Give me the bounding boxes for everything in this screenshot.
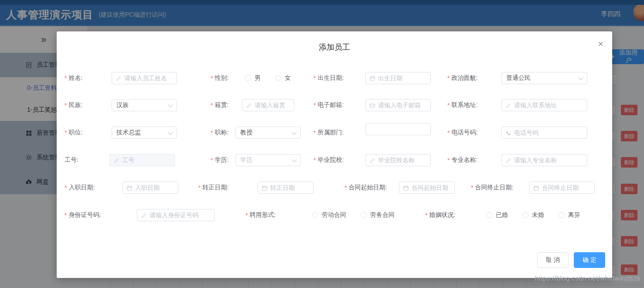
field-native-place: *籍贯: xyxy=(211,99,294,111)
political-status-select[interactable]: 普通公民 xyxy=(501,72,587,84)
edit-icon xyxy=(246,103,252,109)
required-mark: * xyxy=(65,184,67,191)
field-education: *学历: 学历 xyxy=(211,154,301,166)
field-label: 合同终止日期: xyxy=(475,184,513,192)
major-input[interactable] xyxy=(501,154,587,166)
required-mark: * xyxy=(447,102,450,109)
birth-date-input[interactable] xyxy=(365,72,431,84)
required-mark: * xyxy=(211,102,213,109)
field-department: *所属部门: xyxy=(313,127,431,139)
field-hire-date: *入职日期: xyxy=(65,182,178,194)
field-label: 入职日期: xyxy=(68,184,95,192)
gender-radio-male[interactable]: 男 xyxy=(245,74,261,82)
job-title-select[interactable]: 教授 xyxy=(235,127,301,139)
chevron-down-icon xyxy=(578,75,583,80)
field-label: 聘用形式: xyxy=(249,211,276,219)
field-label: 转正日期: xyxy=(202,184,228,192)
hire-date-input[interactable] xyxy=(123,182,178,194)
field-label: 婚姻状况: xyxy=(429,211,455,219)
marital-radio-single[interactable]: 未婚 xyxy=(522,211,544,219)
required-mark: * xyxy=(211,129,213,136)
edit-icon xyxy=(505,103,511,109)
field-label: 所属部门: xyxy=(317,129,344,137)
field-address: *联系地址: xyxy=(447,99,587,111)
watermark: https://blog.csdn.net/whirlwind526 xyxy=(535,274,641,282)
chevron-down-icon xyxy=(168,130,173,134)
field-job-title: *职称: 教授 xyxy=(211,127,301,139)
calendar-icon xyxy=(369,75,375,82)
required-mark: * xyxy=(313,129,316,136)
required-mark: * xyxy=(447,75,450,82)
field-contract-start: *合同起始日期: xyxy=(344,182,455,194)
field-employee-no: 工号: xyxy=(65,154,175,166)
confirm-button[interactable]: 确 定 xyxy=(574,252,605,268)
field-label: 职称: xyxy=(215,129,228,137)
required-mark: * xyxy=(65,102,67,109)
calendar-icon xyxy=(126,185,133,191)
edit-icon xyxy=(369,158,375,164)
name-input[interactable] xyxy=(112,72,177,84)
field-marital-status: *婚姻状况: 已婚 未婚 离异 xyxy=(425,209,595,221)
department-input[interactable] xyxy=(365,123,431,135)
calendar-icon xyxy=(533,185,539,191)
employment-radio-service-contract[interactable]: 劳务合同 xyxy=(361,211,395,219)
required-mark: * xyxy=(65,129,67,136)
required-mark: * xyxy=(425,212,427,219)
field-label: 籍贯: xyxy=(215,101,228,109)
marital-radio-married[interactable]: 已婚 xyxy=(486,211,508,219)
field-ethnicity: *民族: 汉族 xyxy=(65,99,177,111)
field-birth-date: *出生日期: xyxy=(313,72,431,84)
field-email: *电子邮箱: xyxy=(313,99,431,111)
address-input[interactable] xyxy=(501,99,587,111)
close-icon[interactable]: × xyxy=(598,39,603,49)
position-select[interactable]: 技术总监 xyxy=(112,127,177,139)
edit-icon xyxy=(505,158,511,164)
required-mark: * xyxy=(447,157,450,164)
add-employee-dialog: 添加员工 × *姓名: *性别: 男 女 *出生日期: *政治面貌: 普通公民 … xyxy=(57,31,612,278)
required-mark: * xyxy=(344,184,347,191)
contract-end-input[interactable] xyxy=(529,182,595,194)
marital-radio-divorced[interactable]: 离异 xyxy=(559,211,580,219)
field-label: 学历: xyxy=(215,156,228,164)
gender-radio-female[interactable]: 女 xyxy=(275,74,291,82)
required-mark: * xyxy=(313,102,316,109)
required-mark: * xyxy=(211,157,213,164)
field-political-status: *政治面貌: 普通公民 xyxy=(447,72,587,84)
required-mark: * xyxy=(313,157,316,164)
field-id-number: *身份证号码: xyxy=(65,209,215,221)
field-label: 工号: xyxy=(65,156,78,164)
mail-icon xyxy=(369,103,375,109)
edit-icon xyxy=(116,75,122,82)
ethnicity-select[interactable]: 汉族 xyxy=(112,99,177,111)
field-label: 专业名称: xyxy=(451,156,477,164)
radio-icon xyxy=(559,212,565,218)
calendar-icon xyxy=(262,185,268,191)
email-input[interactable] xyxy=(365,99,431,111)
required-mark: * xyxy=(198,184,201,191)
education-select[interactable]: 学历 xyxy=(235,154,301,166)
phone-input[interactable] xyxy=(501,127,587,139)
field-label: 合同起始日期: xyxy=(348,184,387,192)
radio-icon xyxy=(486,212,492,218)
employee-no-input xyxy=(109,154,175,166)
field-label: 联系地址: xyxy=(451,101,477,109)
field-label: 政治面貌: xyxy=(451,74,477,82)
radio-icon xyxy=(312,212,318,218)
native-place-input[interactable] xyxy=(242,99,294,111)
required-mark: * xyxy=(471,184,473,191)
contract-start-input[interactable] xyxy=(399,182,455,194)
field-employment-type: *聘用形式: 劳动合同 劳务合同 xyxy=(245,209,409,221)
required-mark: * xyxy=(65,75,67,82)
required-mark: * xyxy=(447,129,450,136)
employment-radio-labor-contract[interactable]: 劳动合同 xyxy=(312,211,346,219)
radio-icon xyxy=(275,75,281,81)
radio-icon xyxy=(522,212,528,218)
school-input[interactable] xyxy=(365,154,431,166)
field-label: 出生日期: xyxy=(317,74,344,82)
field-label: 性别: xyxy=(215,74,228,82)
required-mark: * xyxy=(211,75,213,82)
regular-date-input[interactable] xyxy=(258,182,313,194)
id-number-input[interactable] xyxy=(137,209,215,221)
cancel-button[interactable]: 取 消 xyxy=(537,252,569,268)
field-label: 身份证号码: xyxy=(68,211,101,219)
